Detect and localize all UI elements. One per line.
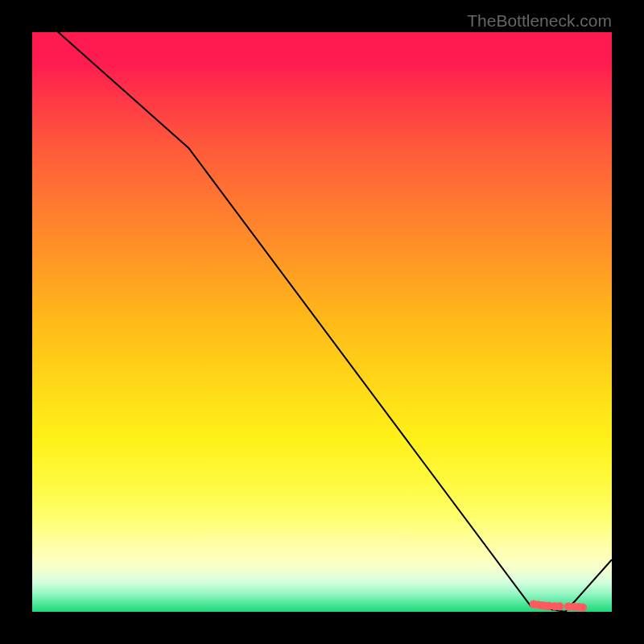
marker-point — [555, 602, 564, 610]
marker-group — [530, 600, 588, 611]
marker-point — [579, 603, 587, 611]
data-line — [32, 32, 612, 612]
chart-container: TheBottleneck.com — [0, 0, 644, 644]
watermark-text: TheBottleneck.com — [467, 11, 612, 31]
plot-overlay — [32, 32, 612, 612]
